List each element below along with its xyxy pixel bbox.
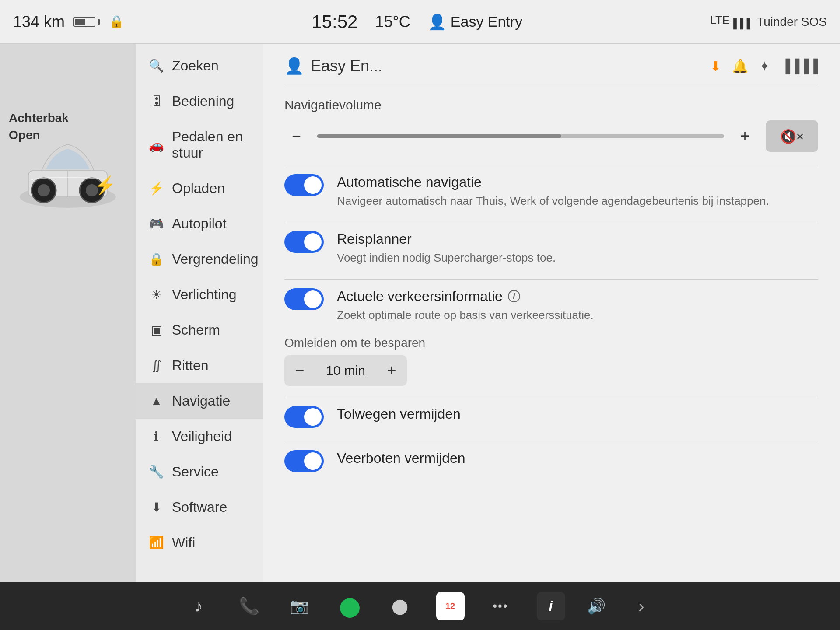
divider-3 [284, 279, 818, 280]
veerboten-row: Veerboten vermijden [284, 450, 818, 472]
info-taskbar-icon[interactable]: i [537, 592, 565, 620]
dashcam-taskbar-icon[interactable]: ⬤ [386, 592, 414, 620]
reisplanner-desc: Voegt indien nodig Supercharger-stops to… [337, 250, 818, 266]
mute-icon: 🔇× [780, 129, 804, 144]
auto-nav-knob [304, 176, 322, 194]
sidebar-item-zoeken[interactable]: 🔍 Zoeken [136, 48, 262, 84]
sidebar-item-navigatie[interactable]: ▲ Navigatie [136, 383, 262, 419]
light-icon: ☀ [149, 287, 164, 302]
volume-taskbar-icon[interactable]: 🔊 [587, 597, 606, 615]
sidebar-item-vergrendeling[interactable]: 🔒 Vergrendeling [136, 242, 262, 277]
volume-minus-button[interactable]: − [284, 124, 308, 148]
sidebar-item-pedalen[interactable]: 🚗 Pedalen en stuur [136, 119, 262, 171]
sidebar-item-scherm[interactable]: ▣ Scherm [136, 312, 262, 348]
veerboten-title: Veerboten vermijden [337, 450, 818, 466]
volume-plus-button[interactable]: + [733, 124, 757, 148]
status-temp: 15°C [375, 13, 410, 31]
music-taskbar-icon[interactable]: ♪ [185, 592, 213, 620]
sidebar-item-veiligheid[interactable]: ℹ Veiligheid [136, 419, 262, 454]
status-bar: 134 km 🔒 15:52 15°C 👤 Easy Entry LTE▐▐▐ … [0, 0, 840, 44]
more-taskbar-icon[interactable]: ••• [486, 592, 515, 620]
car-image: ⚡ [7, 105, 129, 245]
stepper-plus-button[interactable]: + [376, 355, 407, 386]
arrow-right-taskbar-icon[interactable]: › [627, 592, 656, 620]
divider-2 [284, 222, 818, 222]
spotify-taskbar-icon[interactable]: ⬤ [336, 592, 364, 620]
battery-icon [74, 17, 100, 27]
profile-icon: 👤 [284, 57, 304, 75]
main-screen: 134 km 🔒 15:52 15°C 👤 Easy Entry LTE▐▐▐ … [0, 0, 840, 630]
auto-nav-info: Automatische navigatie Navigeer automati… [337, 174, 818, 209]
auto-nav-row: Automatische navigatie Navigeer automati… [284, 174, 818, 209]
calendar-taskbar-icon[interactable]: 12 [436, 592, 465, 620]
sidebar-label-service: Service [172, 464, 219, 480]
sidebar-item-verlichting[interactable]: ☀ Verlichting [136, 277, 262, 312]
person-icon: 👤 [428, 13, 446, 31]
sidebar-label-scherm: Scherm [172, 322, 220, 338]
wifi-icon: 📶 [149, 536, 164, 550]
verkeer-row: Actuele verkeersinformatie i Zoekt optim… [284, 288, 818, 323]
sidebar-item-software[interactable]: ⬇ Software [136, 490, 262, 525]
content-icons: ⬇ 🔔 ✦ ▐▐▐▐ [710, 59, 818, 74]
search-icon: 🔍 [149, 59, 164, 73]
sidebar-item-wifi[interactable]: 📶 Wifi [136, 525, 262, 560]
sidebar-label-opladen: Opladen [172, 180, 225, 196]
sidebar-item-bediening[interactable]: 🎛 Bediening [136, 84, 262, 119]
status-center: 15:52 15°C 👤 Easy Entry [124, 11, 710, 32]
auto-nav-title: Automatische navigatie [337, 174, 818, 190]
sidebar-label-pedalen: Pedalen en stuur [172, 129, 249, 161]
sidebar-label-zoeken: Zoeken [172, 58, 219, 74]
sidebar-label-verlichting: Verlichting [172, 287, 237, 303]
status-left: 134 km 🔒 [13, 13, 124, 31]
main-content: 👤 Easy En... ⬇ 🔔 ✦ ▐▐▐▐ Navigatievolume … [262, 44, 840, 582]
tolwegen-toggle[interactable] [284, 406, 324, 428]
nav-icon: ▲ [149, 394, 164, 408]
sidebar-item-service[interactable]: 🔧 Service [136, 454, 262, 490]
veerboten-info: Veerboten vermijden [337, 450, 818, 469]
download-icon: ⬇ [710, 59, 721, 74]
tolwegen-row: Tolwegen vermijden [284, 406, 818, 428]
content-title-section: 👤 Easy En... [284, 57, 382, 75]
veerboten-toggle[interactable] [284, 450, 324, 472]
sidebar-label-vergrendeling: Vergrendeling [172, 251, 258, 267]
auto-nav-desc: Navigeer automatisch naar Thuis, Werk of… [337, 193, 818, 209]
sidebar: 🔍 Zoeken 🎛 Bediening 🚗 Pedalen en stuur … [136, 44, 262, 582]
veerboten-knob [304, 452, 322, 470]
controls-icon: 🎛 [149, 94, 164, 108]
car-panel: Achterbak Open [0, 44, 136, 582]
content-topbar: 👤 Easy En... ⬇ 🔔 ✦ ▐▐▐▐ [284, 57, 818, 84]
reisplanner-toggle[interactable] [284, 231, 324, 253]
bell-icon: 🔔 [732, 59, 748, 74]
lte-label: LTE▐▐▐ [710, 14, 750, 29]
svg-point-3 [38, 184, 50, 196]
verkeer-knob [304, 290, 322, 308]
stepper-minus-button[interactable]: − [284, 355, 315, 386]
bluetooth-icon: ✦ [759, 59, 770, 74]
sidebar-label-wifi: Wifi [172, 535, 195, 551]
charge-icon: ⚡ [149, 181, 164, 196]
sidebar-item-autopilot[interactable]: 🎮 Autopilot [136, 206, 262, 242]
volume-slider-fill [317, 134, 561, 138]
phone-taskbar-icon[interactable]: 📞 [235, 592, 263, 620]
lightning-badge: ⚡ [94, 175, 116, 196]
camera-taskbar-icon[interactable]: 📷 [285, 592, 314, 620]
mute-button[interactable]: 🔇× [766, 120, 818, 152]
sidebar-item-ritten[interactable]: ∬ Ritten [136, 348, 262, 383]
volume-slider[interactable] [317, 134, 724, 138]
info-circle-icon[interactable]: i [508, 290, 520, 302]
autopilot-icon: 🎮 [149, 217, 164, 231]
nav-volume-label: Navigatievolume [284, 98, 818, 112]
safety-icon: ℹ [149, 429, 164, 444]
sidebar-label-bediening: Bediening [172, 93, 234, 109]
sidebar-item-opladen[interactable]: ⚡ Opladen [136, 171, 262, 206]
pedals-icon: 🚗 [149, 138, 164, 152]
divider-5 [284, 441, 818, 441]
auto-nav-toggle[interactable] [284, 174, 324, 196]
sidebar-label-ritten: Ritten [172, 357, 209, 374]
tuinder-label: Tuinder SOS [756, 15, 827, 29]
content-profile-title: Easy En... [311, 57, 382, 75]
lock-icon: 🔒 [109, 14, 124, 29]
reisplanner-knob [304, 233, 322, 251]
verkeer-toggle[interactable] [284, 288, 324, 310]
status-time: 15:52 [312, 11, 357, 32]
